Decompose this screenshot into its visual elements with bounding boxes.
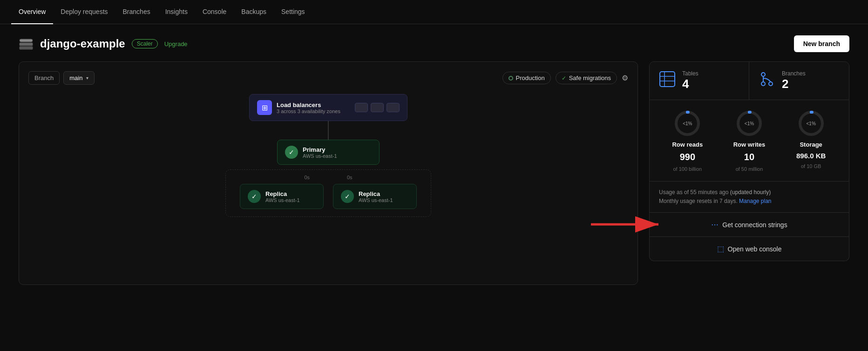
nav-item-settings[interactable]: Settings [274,0,312,24]
nav-item-overview[interactable]: Overview [11,0,53,24]
branch-dropdown[interactable]: main ▾ [63,71,95,85]
updated-hourly: (updated hourly) [730,189,771,196]
row-reads-donut: <1% [673,109,701,137]
lb-btn-2[interactable] [371,103,384,112]
row-reads-of: of 100 billion [673,166,702,172]
nav-item-deploy[interactable]: Deploy requests [53,0,115,24]
production-badge: Production [502,72,551,84]
storage-item: <1% Storage 896.0 KB of 10 GB [782,109,840,172]
storage-donut: <1% [797,109,825,137]
replica1-sub: AWS us-east-1 [265,197,300,203]
lb-buttons [355,103,400,112]
manage-plan-link[interactable]: Manage plan [739,198,771,204]
row-reads-percent: <1% [683,121,692,126]
branch-label-text: Branch [28,71,60,85]
row-reads-label: Row reads [672,141,703,148]
branches-stat-card: Branches 2 [749,62,849,100]
branches-label: Branches [782,70,806,77]
main-content: Branch main ▾ Production ✓ Safe migratio… [0,61,868,285]
red-arrow-icon [591,213,665,236]
storage-of: of 10 GB [801,163,821,169]
page-header: django-example Scaler Upgrade New branch [0,24,868,61]
replicas-row: ✓ Replica AWS us-east-1 ✓ Replica AWS us… [240,184,417,209]
connection-strings-label: Get connection strings [722,221,787,229]
plan-badge: Scaler [132,39,158,48]
nav-item-insights[interactable]: Insights [158,0,195,24]
svg-point-18 [748,111,751,114]
get-connection-strings-button[interactable]: ⋯ Get connection strings [649,213,849,237]
load-balancer-node: ⊞ Load balancers 3 across 3 availability… [249,94,407,121]
replica-timing-1: 0s [304,175,310,180]
settings-icon[interactable]: ⚙ [622,74,628,82]
checkmark-icon: ✓ [562,75,566,81]
lb-subtitle: 3 across 3 availability zones [277,108,340,114]
connector-lb-to-primary [328,121,329,140]
row-writes-percent: <1% [745,121,754,126]
database-icon [19,36,34,51]
tables-label: Tables [682,70,698,77]
diagram-area: ⊞ Load balancers 3 across 3 availability… [28,94,628,217]
replica-node-2: ✓ Replica AWS us-east-1 [333,184,417,209]
nav-item-backups[interactable]: Backups [234,0,274,24]
primary-node: ✓ Primary AWS us-east-1 [277,140,380,165]
tables-icon [659,71,676,91]
branch-selector: Branch main ▾ [28,71,95,85]
tables-stat-card: Tables 4 [650,62,749,100]
safe-migrations-badge: ✓ Safe migrations [556,72,617,84]
usage-footer: Usage as of 55 minutes ago (updated hour… [649,182,849,213]
svg-point-9 [761,73,765,76]
storage-value: 896.0 KB [796,152,826,160]
primary-icon: ✓ [285,146,298,159]
production-dot [509,76,513,81]
svg-rect-2 [20,47,33,49]
replica-icon-2: ✓ [341,190,354,203]
production-label: Production [516,74,545,81]
storage-percent: <1% [807,121,816,126]
replica-timings: 0s 0s [304,175,352,181]
upgrade-link[interactable]: Upgrade [164,40,188,47]
replica1-title: Replica [265,190,300,197]
toolbar-right: Production ✓ Safe migrations ⚙ [502,72,628,84]
primary-title: Primary [303,146,337,153]
lb-btn-1[interactable] [355,103,368,112]
top-nav: Overview Deploy requests Branches Insigh… [0,0,868,24]
diagram-panel: Branch main ▾ Production ✓ Safe migratio… [19,61,638,285]
usage-note: Usage as of 55 minutes ago [659,189,728,196]
branches-icon [759,71,775,91]
row-reads-value: 990 [680,152,695,162]
nav-item-branches[interactable]: Branches [115,0,158,24]
primary-subtitle: AWS us-east-1 [303,153,337,159]
replica-timing-2: 0s [347,175,353,180]
lb-btn-3[interactable] [387,103,400,112]
row-writes-value: 10 [744,152,754,162]
diagram-toolbar: Branch main ▾ Production ✓ Safe migratio… [28,71,628,85]
svg-point-10 [761,82,765,86]
right-panel: Tables 4 Branches 2 [649,61,849,285]
load-balancer-icon: ⊞ [257,100,272,115]
open-web-console-button[interactable]: ⬚ Open web console [649,237,849,261]
row-writes-donut: <1% [735,109,763,137]
nav-item-console[interactable]: Console [195,0,234,24]
tables-value: 4 [682,77,698,91]
safe-migrations-label: Safe migrations [569,74,611,81]
branch-value: main [69,74,82,81]
stats-top-row: Tables 4 Branches 2 [649,61,849,100]
lb-title: Load balancers [277,101,340,108]
replicas-dashed-box: 0s 0s ✓ Replica AWS us-east-1 ✓ Re [225,169,431,217]
row-reads-item: <1% Row reads 990 of 100 billion [659,109,716,172]
replica2-sub: AWS us-east-1 [359,197,393,203]
svg-rect-5 [660,72,675,87]
red-arrow-container [591,213,665,238]
replica-icon-1: ✓ [248,190,261,203]
new-branch-button[interactable]: New branch [794,35,849,52]
svg-point-21 [810,111,813,114]
web-console-label: Open web console [728,245,782,253]
row-writes-item: <1% Row writes 10 of 50 million [721,109,778,172]
row-writes-of: of 50 million [736,166,763,172]
svg-rect-1 [20,43,33,46]
page-title: django-example [40,37,125,50]
usage-row: <1% Row reads 990 of 100 billion <1% Row… [649,100,849,182]
branches-value: 2 [782,77,806,91]
reset-note: Monthly usage resets in 7 days. [659,198,738,204]
replica2-title: Replica [359,190,393,197]
